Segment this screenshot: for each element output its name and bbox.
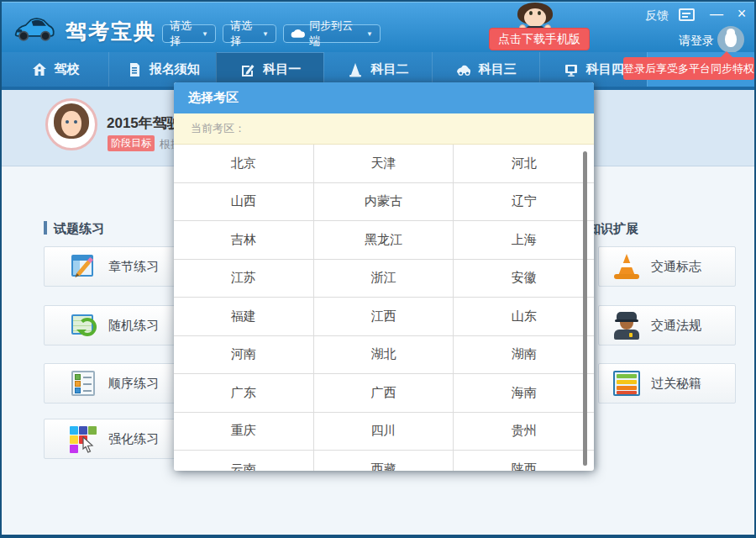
province-option[interactable]: 海南 — [454, 374, 594, 413]
province-option[interactable]: 湖北 — [314, 336, 454, 375]
province-option[interactable]: 湖南 — [454, 336, 594, 375]
province-option[interactable]: 吉林 — [174, 221, 314, 260]
item-label: 强化练习 — [108, 431, 159, 447]
province-option[interactable]: 黑龙江 — [314, 221, 454, 260]
mascot-avatar — [512, 3, 558, 31]
province-option[interactable]: 云南 — [174, 451, 314, 471]
knowledge-section-title: 知识扩展 — [588, 221, 638, 237]
practice-section-title: 试题练习 — [54, 221, 104, 237]
item-label: 交通法规 — [651, 318, 701, 334]
traffic-laws-button[interactable]: 交通法规 — [598, 305, 736, 345]
province-option[interactable]: 江西 — [314, 298, 454, 336]
random-practice-icon — [70, 311, 98, 340]
province-option[interactable]: 安徽 — [454, 260, 594, 298]
province-option[interactable]: 天津 — [314, 145, 454, 183]
edit-icon — [239, 61, 256, 78]
document-icon — [126, 61, 143, 78]
intensive-practice-icon — [70, 425, 98, 453]
cloud-icon — [291, 29, 305, 39]
province-option[interactable]: 浙江 — [314, 260, 454, 298]
province-option[interactable]: 上海 — [454, 221, 594, 260]
item-label: 章节练习 — [108, 259, 159, 275]
province-option[interactable]: 山东 — [454, 298, 594, 336]
cursor-icon — [81, 436, 96, 453]
tab-kemu-3[interactable]: 科目三 — [432, 52, 539, 87]
tab-label: 科目四 — [586, 61, 624, 77]
sync-label: 同步到云端 — [309, 18, 362, 49]
item-label: 过关秘籍 — [651, 376, 701, 392]
qq-login-icon[interactable] — [717, 26, 744, 53]
app-logo-car-icon — [13, 14, 57, 45]
app-window: 驾考宝典 请选择 ▼ 请选择 ▼ 同步到云端 ▼ 点击下载手机版 反馈 — × … — [0, 0, 756, 538]
province-option[interactable]: 广西 — [314, 374, 454, 413]
province-option[interactable]: 内蒙古 — [314, 183, 454, 222]
province-option[interactable]: 重庆 — [174, 413, 314, 451]
chevron-down-icon: ▼ — [366, 30, 373, 38]
province-option[interactable]: 辽宁 — [454, 183, 594, 222]
login-link[interactable]: 请登录 — [679, 34, 714, 49]
exam-tips-button[interactable]: 过关秘籍 — [598, 363, 736, 404]
login-benefit-tooltip: 登录后享受多平台同步特权 — [623, 57, 754, 80]
stage-goal-badge: 阶段目标 — [108, 135, 155, 151]
select-dropdown-1[interactable]: 请选择 ▼ — [162, 24, 216, 43]
province-option[interactable]: 河南 — [174, 336, 314, 375]
tab-label: 科目二 — [370, 61, 408, 77]
order-practice-icon — [70, 369, 98, 398]
police-icon — [612, 311, 641, 340]
traffic-cone-icon — [612, 252, 641, 281]
tab-label: 科目三 — [479, 61, 517, 77]
modal-title: 选择考区 — [174, 82, 594, 113]
dropdown-2-label: 请选择 — [230, 18, 258, 49]
dropdown-1-label: 请选择 — [170, 18, 197, 49]
province-option[interactable]: 广东 — [174, 374, 314, 413]
chevron-down-icon: ▼ — [202, 30, 208, 38]
feedback-link[interactable]: 反馈 — [645, 8, 669, 24]
province-option[interactable]: 山西 — [174, 183, 314, 222]
tab-baoming-xuzhi[interactable]: 报名须知 — [108, 52, 216, 87]
current-exam-area-label: 当前考区： — [174, 113, 594, 145]
item-label: 顺序练习 — [108, 376, 159, 392]
select-dropdown-2[interactable]: 请选择 ▼ — [223, 24, 276, 43]
tab-label: 驾校 — [55, 61, 80, 77]
province-option[interactable]: 江苏 — [174, 260, 314, 298]
tab-label: 报名须知 — [150, 61, 200, 77]
chapter-practice-icon — [70, 252, 98, 281]
tab-kemu-1[interactable]: 科目一 — [216, 52, 323, 87]
close-button[interactable]: × — [732, 5, 751, 22]
chevron-down-icon: ▼ — [262, 30, 269, 38]
tips-book-icon — [612, 369, 641, 398]
province-option[interactable]: 陕西 — [454, 451, 594, 471]
tab-jiaxiao[interactable]: 驾校 — [2, 52, 108, 87]
minimize-button[interactable]: — — [707, 5, 726, 22]
select-exam-area-modal: 选择考区 当前考区： 北京 天津 河北 山西 内蒙古 辽宁 吉林 黑龙江 上海 … — [174, 82, 594, 471]
province-option[interactable]: 河北 — [454, 145, 594, 183]
traffic-signs-button[interactable]: 交通标志 — [598, 246, 736, 287]
province-option[interactable]: 北京 — [174, 145, 314, 183]
province-option[interactable]: 西藏 — [314, 451, 454, 471]
item-label: 随机练习 — [108, 318, 159, 334]
home-icon — [31, 61, 48, 78]
monitor-icon — [563, 61, 580, 78]
tab-label: 科目一 — [263, 61, 301, 77]
tab-kemu-2[interactable]: 科目二 — [323, 52, 431, 87]
title-bar: 驾考宝典 请选择 ▼ 请选择 ▼ 同步到云端 ▼ 点击下载手机版 反馈 — × … — [2, 2, 754, 52]
download-mobile-button[interactable]: 点击下载手机版 — [489, 28, 590, 50]
user-avatar[interactable] — [45, 98, 97, 150]
item-label: 交通标志 — [651, 259, 701, 275]
modal-scrollbar[interactable] — [583, 151, 587, 466]
section-bar — [44, 221, 47, 235]
province-option[interactable]: 福建 — [174, 298, 314, 336]
province-grid: 北京 天津 河北 山西 内蒙古 辽宁 吉林 黑龙江 上海 江苏 浙江 安徽 福建… — [174, 145, 594, 471]
province-option[interactable]: 四川 — [314, 413, 454, 451]
car-icon — [455, 61, 472, 78]
sync-to-cloud-button[interactable]: 同步到云端 ▼ — [283, 24, 381, 43]
province-option[interactable]: 贵州 — [454, 413, 594, 451]
cone-icon — [347, 61, 364, 78]
app-title: 驾考宝典 — [66, 18, 156, 45]
announcement-icon[interactable] — [679, 8, 695, 21]
